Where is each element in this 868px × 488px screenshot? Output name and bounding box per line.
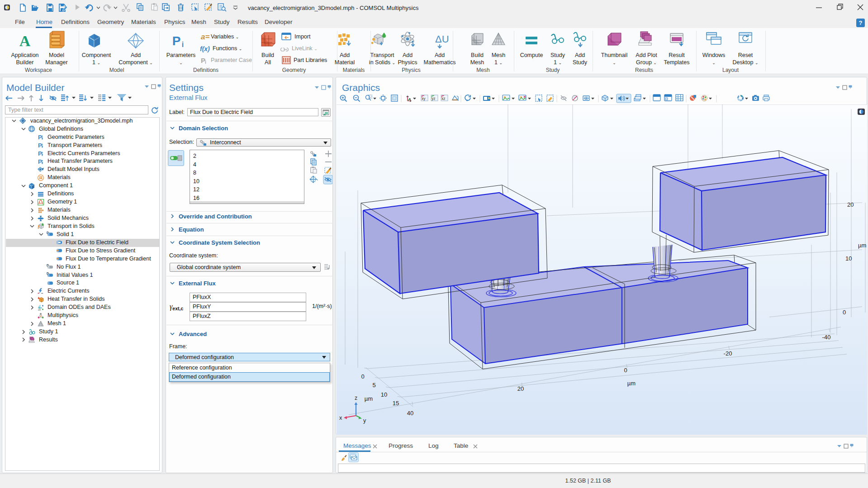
svg-text:A: A bbox=[19, 33, 31, 49]
svg-text:10: 10 bbox=[845, 255, 852, 262]
svg-text:10: 10 bbox=[381, 391, 387, 398]
svg-text:P: P bbox=[38, 142, 42, 149]
svg-text:i: i bbox=[182, 41, 184, 48]
svg-text:P: P bbox=[38, 158, 42, 165]
svg-text:20: 20 bbox=[847, 201, 854, 208]
svg-text:µm: µm bbox=[858, 242, 866, 249]
svg-text:−: − bbox=[41, 291, 43, 295]
svg-text:a=: a= bbox=[201, 33, 209, 41]
svg-text:f(x): f(x) bbox=[200, 45, 210, 52]
svg-text:z: z bbox=[355, 395, 357, 401]
svg-text:-40: -40 bbox=[822, 334, 831, 341]
svg-text:0: 0 bbox=[843, 309, 846, 316]
svg-text:15: 15 bbox=[393, 400, 399, 407]
svg-text:y: y bbox=[363, 417, 366, 424]
svg-text:ΔU: ΔU bbox=[435, 33, 449, 45]
svg-text:5: 5 bbox=[372, 382, 375, 389]
svg-text:dt: dt bbox=[38, 308, 41, 311]
svg-text:P: P bbox=[172, 34, 181, 48]
svg-text:µm: µm bbox=[627, 380, 636, 387]
svg-text:P: P bbox=[38, 134, 42, 141]
svg-text:µm: µm bbox=[365, 395, 373, 402]
svg-text:+: + bbox=[38, 292, 39, 295]
svg-text:-20: -20 bbox=[724, 350, 732, 357]
svg-text:0: 0 bbox=[624, 367, 627, 374]
svg-text:40: 40 bbox=[407, 410, 413, 417]
svg-text:P: P bbox=[38, 150, 42, 157]
svg-text:x: x bbox=[339, 415, 342, 421]
svg-text:20: 20 bbox=[517, 385, 524, 392]
svg-text:i: i bbox=[205, 60, 206, 65]
svg-text:0: 0 bbox=[361, 373, 364, 380]
